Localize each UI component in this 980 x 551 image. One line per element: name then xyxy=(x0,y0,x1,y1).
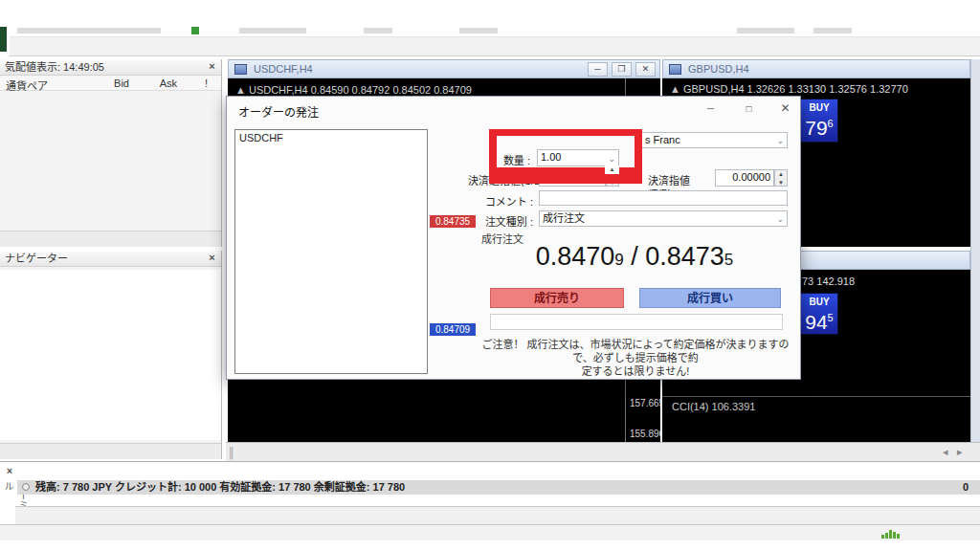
tp-spinner[interactable]: ▲▼ xyxy=(774,169,788,187)
maximize-icon[interactable]: □ xyxy=(741,101,757,116)
balance-row[interactable]: 残高: 7 780 JPY クレジット計: 10 000 有効証拠金: 17 7… xyxy=(17,480,980,495)
annotation-box xyxy=(489,129,642,184)
toolbar-fragment xyxy=(239,28,306,33)
price-label: 157.665 xyxy=(630,398,664,408)
ask-quote: 0.8473 xyxy=(645,242,724,271)
buy-label: BUY xyxy=(801,102,837,113)
grip-icon: ║ xyxy=(228,447,235,458)
symbol-select-value: s Franc xyxy=(645,134,680,145)
market-watch-tabs xyxy=(0,231,221,247)
tick-chart: USDCHF xyxy=(234,129,428,374)
scroll-left-icon[interactable]: ◂ xyxy=(943,446,948,458)
maximize-icon[interactable]: ❐ xyxy=(612,62,632,77)
navigator-tabs xyxy=(0,443,221,459)
price-label: 155.890 xyxy=(630,429,664,439)
close-icon[interactable]: × xyxy=(4,465,15,476)
drawing-toolbar xyxy=(10,36,980,56)
tp-value: 0.00000 xyxy=(732,171,770,183)
progress-bar xyxy=(490,314,783,330)
one-click-buy-panel[interactable]: BUY 796 xyxy=(800,99,838,143)
buy-price: 79 xyxy=(805,117,827,139)
order-type-select[interactable]: 成行注文 ⌄ xyxy=(539,210,788,227)
scrollbar[interactable] xyxy=(970,59,980,459)
comment-input[interactable] xyxy=(539,190,788,206)
navigator-title: ナビゲーター xyxy=(5,253,68,264)
navigator-header: ナビゲーター × xyxy=(0,251,221,267)
profit-value: 0 xyxy=(926,480,969,495)
up-arrow-icon: ▲ xyxy=(670,83,683,95)
window-edge xyxy=(0,27,7,52)
usdchf-window-title: USDCHF,H4 xyxy=(254,60,313,77)
sl-spinner-up-icon[interactable]: ▲ xyxy=(605,165,619,174)
comment-label: コメント : xyxy=(457,193,533,209)
buy-label: BUY xyxy=(801,297,837,307)
terminal-tabs xyxy=(15,506,980,524)
toolbar-fragment xyxy=(459,28,498,33)
tick-chart-lines xyxy=(235,130,427,373)
market-order-warning: ご注意！ 成行注文は、市場状況によって約定価格が決まりますので、必ずしも提示価格… xyxy=(479,338,791,378)
toolbar-fragment xyxy=(737,28,794,33)
order-type-value: 成行注文 xyxy=(543,212,585,224)
sell-by-market-button[interactable]: 成行売り xyxy=(490,288,624,308)
tick-chart-symbol: USDCHF xyxy=(239,132,283,143)
tp-input[interactable]: 0.00000 xyxy=(715,169,774,187)
gbpusd-window-titlebar[interactable]: GBPUSD,H4 xyxy=(662,59,970,78)
bid-quote: 0.8470 xyxy=(536,242,615,271)
close-icon[interactable]: ✕ xyxy=(635,62,656,77)
balance-icon xyxy=(22,483,30,491)
dialog-title: オーダーの発注 xyxy=(238,103,319,120)
chart-icon xyxy=(669,64,681,75)
one-click-buy-panel[interactable]: BUY 945 xyxy=(800,293,838,335)
col-ask[interactable]: Ask xyxy=(160,77,177,89)
toolbar-fragment xyxy=(364,28,392,33)
navigator-tree xyxy=(0,270,221,440)
buy-by-market-button[interactable]: 成行買い xyxy=(639,288,781,308)
balance-text: 残高: 7 780 JPY クレジット計: 10 000 有効証拠金: 17 7… xyxy=(35,480,405,495)
usdchf-ohlc: USDCHF,H4 0.84590 0.84792 0.84502 0.8470… xyxy=(249,84,472,96)
close-icon[interactable]: × xyxy=(206,60,218,73)
terminal-panel: × ターミナル 残高: 7 780 JPY クレジット計: 10 000 有効証… xyxy=(0,461,980,524)
symbol-select[interactable]: s Franc ⌄ xyxy=(642,132,788,148)
status-bar xyxy=(0,524,980,540)
scroll-right-icon[interactable]: ▸ xyxy=(957,446,963,458)
status-dot xyxy=(191,27,199,34)
close-icon[interactable]: × xyxy=(206,252,218,264)
market-watch-panel: 気配値表示: 14:49:05 × 通貨ペア Bid Ask ! xyxy=(0,59,222,247)
minimize-icon[interactable]: ─ xyxy=(588,62,608,77)
chevron-down-icon: ⌄ xyxy=(776,212,784,227)
bid-price-tag: 0.84709 xyxy=(430,323,476,336)
chart-icon xyxy=(234,64,247,75)
close-icon[interactable]: ✕ xyxy=(777,101,793,116)
usdjpy-ohlc: 73 142.918 xyxy=(802,276,855,287)
usdchf-window-titlebar[interactable]: USDCHF,H4 ─ ❐ ✕ xyxy=(228,59,660,78)
bar-chart-icon xyxy=(880,528,902,539)
market-watch-header: 気配値表示: 14:49:05 × xyxy=(0,59,221,76)
col-spread[interactable]: ! xyxy=(205,77,208,89)
market-watch-title: 気配値表示: 14:49:05 xyxy=(5,61,104,73)
navigator-panel: ナビゲーター × xyxy=(0,251,222,459)
quote-display: 0.84709 / 0.84735 xyxy=(485,242,784,272)
gbpusd-window-title: GBPUSD,H4 xyxy=(688,60,749,77)
toolbar-fragment xyxy=(813,28,852,33)
col-bid[interactable]: Bid xyxy=(114,77,129,89)
col-symbol[interactable]: 通貨ペア xyxy=(6,77,48,93)
toolbar-fragment xyxy=(17,28,161,33)
chart-tab-bar: ║ ◂ ▸ xyxy=(226,442,980,461)
pane-divider[interactable] xyxy=(662,396,970,397)
ask-price-tag: 0.84735 xyxy=(430,215,476,228)
market-watch-columns: 通貨ペア Bid Ask ! xyxy=(0,77,221,91)
buy-price: 94 xyxy=(805,311,827,333)
chevron-down-icon: ⌄ xyxy=(776,134,784,148)
minimize-icon[interactable]: ─ xyxy=(702,101,719,116)
up-arrow-icon: ▲ xyxy=(235,84,249,96)
